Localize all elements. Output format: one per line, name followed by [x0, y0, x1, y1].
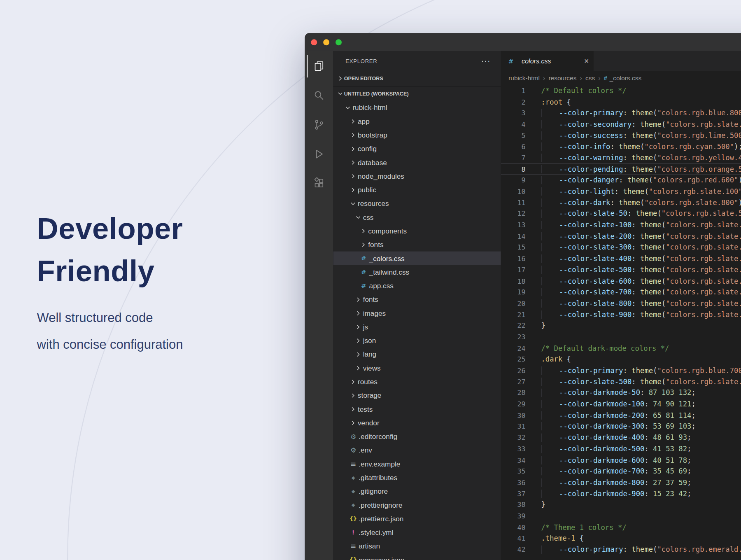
- breadcrumb-separator: ›: [543, 74, 545, 82]
- code-line-23[interactable]: 23: [501, 331, 741, 343]
- code-line-1[interactable]: 1/* Default colors */: [501, 85, 741, 96]
- code-line-29[interactable]: 29--color-darkmode-100: 74 90 121;: [501, 399, 741, 410]
- code-line-22[interactable]: 22}: [501, 320, 741, 331]
- code-line-10[interactable]: 10--color-light: theme("colors.rgb.slate…: [501, 186, 741, 197]
- tree-folder-views[interactable]: views: [333, 361, 501, 375]
- code-line-36[interactable]: 36--color-darkmode-800: 27 37 59;: [501, 477, 741, 488]
- tree-folder-json[interactable]: json: [333, 334, 501, 347]
- code-line-24[interactable]: 24/* Default dark-mode colors */: [501, 343, 741, 354]
- code-line-37[interactable]: 37--color-darkmode-900: 15 23 42;: [501, 488, 741, 499]
- tree-file-.gitattributes[interactable]: ◆.gitattributes: [333, 471, 501, 484]
- code-line-31[interactable]: 31--color-darkmode-300: 53 69 103;: [501, 421, 741, 432]
- code-line-15[interactable]: 15--color-slate-300: theme("colors.rgb.s…: [501, 242, 741, 253]
- indent-guide: [541, 210, 559, 218]
- code-line-text: --color-primary: theme("colors.rgb.emera…: [541, 545, 741, 554]
- code-line-34[interactable]: 34--color-darkmode-600: 40 51 78;: [501, 455, 741, 466]
- tree-folder-storage[interactable]: storage: [333, 388, 501, 402]
- tree-file-.styleci.yml[interactable]: !.styleci.yml: [333, 525, 501, 539]
- code-line-35[interactable]: 35--color-darkmode-700: 35 45 69;: [501, 466, 741, 477]
- close-tab-icon[interactable]: ×: [584, 57, 589, 65]
- minimize-window-button[interactable]: [323, 39, 329, 45]
- tree-file-.editorconfig[interactable]: ⚙.editorconfig: [333, 429, 501, 443]
- tree-folder-fonts[interactable]: fonts: [333, 292, 501, 306]
- tree-folder-app[interactable]: app: [333, 114, 501, 128]
- tab-colors-css[interactable]: # _colors.css ×: [501, 51, 594, 71]
- tree-folder-rubick-html[interactable]: rubick-html: [333, 100, 501, 114]
- code-line-text: }: [541, 322, 545, 330]
- code-line-17[interactable]: 17--color-slate-500: theme("colors.rgb.s…: [501, 264, 741, 275]
- close-window-button[interactable]: [311, 39, 317, 45]
- code-line-27[interactable]: 27--color-slate-500: theme("colors.rgb.s…: [501, 376, 741, 387]
- run-and-debug-icon[interactable]: [308, 143, 330, 166]
- search-icon[interactable]: [308, 84, 330, 107]
- breadcrumb-item-_colors.css[interactable]: #_colors.css: [604, 75, 642, 82]
- workspace-section[interactable]: UNTITLED (WORKSPACE): [333, 86, 501, 101]
- code-line-5[interactable]: 5--color-success: theme("colors.rgb.lime…: [501, 130, 741, 141]
- tree-folder-components[interactable]: components: [333, 224, 501, 238]
- code-line-13[interactable]: 13--color-slate-100: theme("colors.rgb.s…: [501, 219, 741, 231]
- code-line-4[interactable]: 4--color-secondary: theme("colors.rgb.sl…: [501, 119, 741, 130]
- tree-item-label: app: [358, 117, 370, 126]
- code-line-30[interactable]: 30--color-darkmode-200: 65 81 114;: [501, 410, 741, 421]
- tree-folder-css[interactable]: css: [333, 210, 501, 224]
- tree-file-.prettierrc.json[interactable]: {}.prettierrc.json: [333, 512, 501, 525]
- maximize-window-button[interactable]: [336, 39, 342, 45]
- code-line-40[interactable]: 40/* Theme 1 colors */: [501, 522, 741, 533]
- explorer-icon[interactable]: [307, 55, 330, 77]
- code-line-19[interactable]: 19--color-slate-700: theme("colors.rgb.s…: [501, 287, 741, 298]
- code-line-39[interactable]: 39: [501, 511, 741, 522]
- tree-folder-node_modules[interactable]: node_modules: [333, 169, 501, 183]
- code-line-38[interactable]: 38}: [501, 499, 741, 510]
- code-line-14[interactable]: 14--color-slate-200: theme("colors.rgb.s…: [501, 231, 741, 242]
- source-control-icon[interactable]: [308, 113, 330, 136]
- tree-folder-images[interactable]: images: [333, 306, 501, 320]
- code-line-41[interactable]: 41.theme-1 {: [501, 533, 741, 544]
- tree-file-.prettierignore[interactable]: ◆.prettierignore: [333, 498, 501, 512]
- code-line-21[interactable]: 21--color-slate-900: theme("colors.rgb.s…: [501, 309, 741, 320]
- explorer-more-actions-button[interactable]: ···: [481, 56, 491, 66]
- tree-file-_tailwind.css[interactable]: #_tailwind.css: [333, 265, 501, 279]
- tree-folder-config[interactable]: config: [333, 142, 501, 155]
- breadcrumb-item-rubick-html[interactable]: rubick-html: [508, 75, 540, 82]
- tree-file-app.css[interactable]: #app.css: [333, 279, 501, 292]
- extensions-icon[interactable]: [308, 172, 330, 195]
- code-line-32[interactable]: 32--color-darkmode-400: 48 61 93;: [501, 432, 741, 443]
- breadcrumb-item-resources[interactable]: resources: [548, 75, 576, 82]
- tree-file-composer.json[interactable]: {}composer.json: [333, 553, 501, 560]
- tree-file-.env[interactable]: ⚙.env: [333, 443, 501, 457]
- tree-folder-fonts[interactable]: fonts: [333, 238, 501, 251]
- code-line-2[interactable]: 2:root {: [501, 96, 741, 107]
- code-line-11[interactable]: 11--color-dark: theme("colors.rgb.slate.…: [501, 197, 741, 208]
- code-line-text: --color-slate-600: theme("colors.rgb.sla…: [541, 277, 741, 285]
- tree-folder-routes[interactable]: routes: [333, 375, 501, 388]
- tree-folder-tests[interactable]: tests: [333, 402, 501, 416]
- code-line-20[interactable]: 20--color-slate-800: theme("colors.rgb.s…: [501, 298, 741, 309]
- code-line-26[interactable]: 26--color-primary: theme("colors.rgb.blu…: [501, 365, 741, 376]
- tree-file-.env.example[interactable]: ≡.env.example: [333, 457, 501, 471]
- code-line-16[interactable]: 16--color-slate-400: theme("colors.rgb.s…: [501, 253, 741, 264]
- code-line-9[interactable]: 9--color-danger: theme("colors.rgb.red.6…: [501, 175, 741, 186]
- tree-folder-lang[interactable]: lang: [333, 348, 501, 361]
- code-line-12[interactable]: 12--color-slate-50: theme("colors.rgb.sl…: [501, 208, 741, 219]
- code-line-3[interactable]: 3--color-primary: theme("colors.rgb.blue…: [501, 107, 741, 119]
- tree-folder-js[interactable]: js: [333, 320, 501, 334]
- tree-file-_colors.css[interactable]: #_colors.css: [333, 252, 501, 265]
- code-line-33[interactable]: 33--color-darkmode-500: 41 53 82;: [501, 443, 741, 455]
- code-line-6[interactable]: 6--color-info: theme("colors.rgb.cyan.50…: [501, 141, 741, 152]
- tree-folder-database[interactable]: database: [333, 156, 501, 169]
- breadcrumb-item-css[interactable]: css: [585, 75, 595, 82]
- open-editors-section[interactable]: OPEN EDITORS: [333, 71, 501, 86]
- code-line-7[interactable]: 7--color-warning: theme("colors.rgb.yell…: [501, 152, 741, 163]
- tree-file-.gitignore[interactable]: ◆.gitignore: [333, 484, 501, 498]
- tree-folder-vendor[interactable]: vendor: [333, 416, 501, 429]
- code-line-25[interactable]: 25.dark {: [501, 354, 741, 365]
- code-line-28[interactable]: 28--color-darkmode-50: 87 103 132;: [501, 387, 741, 399]
- code-line-42[interactable]: 42--color-primary: theme("colors.rgb.eme…: [501, 544, 741, 555]
- tree-folder-bootstrap[interactable]: bootstrap: [333, 128, 501, 142]
- code-line-8[interactable]: 8--color-pending: theme("colors.rgb.oran…: [501, 163, 741, 175]
- tree-folder-public[interactable]: public: [333, 183, 501, 196]
- tree-file-artisan[interactable]: ≡artisan: [333, 539, 501, 553]
- yml-file-icon: !: [349, 529, 358, 536]
- tree-folder-resources[interactable]: resources: [333, 196, 501, 210]
- code-line-18[interactable]: 18--color-slate-600: theme("colors.rgb.s…: [501, 275, 741, 287]
